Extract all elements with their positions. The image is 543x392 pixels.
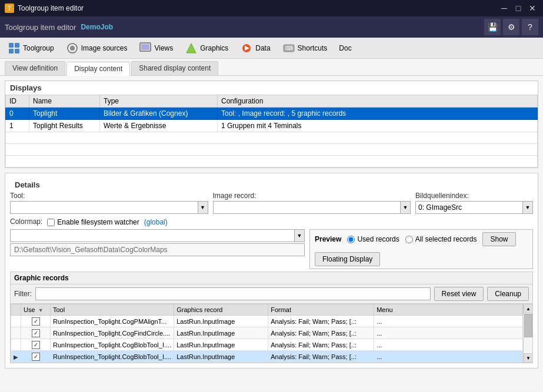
help-icon-button[interactable]: ? — [522, 19, 538, 35]
records-table-container: Use ▼ Tool Graphics record Format Menu — [11, 304, 532, 363]
cell-graphics-record: LastRun.InputImage — [174, 327, 268, 339]
tab-view-definition[interactable]: View definition — [5, 61, 65, 75]
enable-filesystem-checkbox[interactable] — [47, 219, 55, 226]
enable-filesystem-checkbox-label[interactable]: Enable filesystem watcher — [47, 218, 139, 226]
filter-label: Filter: — [14, 290, 32, 298]
used-records-radio-label[interactable]: Used records — [347, 235, 399, 243]
col-menu: Menu — [374, 304, 523, 316]
table-row[interactable]: ✓ RunInspection_Toplight.CogFindCircle..… — [11, 327, 523, 339]
filter-input[interactable] — [35, 287, 431, 300]
table-row[interactable]: 0 Toplight Bilder & Grafiken (Cognex) To… — [6, 108, 538, 120]
enable-filesystem-text: Enable filesystem watcher — [57, 218, 139, 226]
reset-view-button[interactable]: Reset view — [434, 287, 484, 301]
displays-table-container: ID Name Type Configuration 0 Toplight Bi… — [5, 95, 538, 167]
svg-rect-2 — [9, 49, 14, 53]
cell-graphics-record: LastRun.InputImage — [174, 351, 268, 363]
cell-tool: RunInspection_Toplight.CogFindCircle.... — [51, 327, 174, 339]
config-icon-button[interactable]: ⚙ — [503, 19, 519, 35]
displays-table: ID Name Type Configuration 0 Toplight Bi… — [5, 95, 538, 167]
table-row[interactable]: 1 Toplight Results Werte & Ergebnisse 1 … — [6, 120, 538, 132]
svg-rect-1 — [15, 43, 19, 48]
cell-type: Werte & Ergebnisse — [100, 120, 218, 132]
cell-arrow — [11, 316, 21, 327]
tool-input[interactable] — [10, 201, 198, 214]
views-icon — [139, 42, 152, 55]
toolbar-graphics[interactable]: Graphics — [179, 39, 234, 58]
cell-arrow — [11, 339, 21, 351]
data-icon — [240, 42, 253, 55]
scroll-down-button[interactable]: ▼ — [524, 353, 533, 363]
table-row[interactable]: ▶ ✓ RunInspection_Toplight.CogBlobTool_I… — [11, 351, 523, 363]
cell-tool: RunInspection_Toplight.CogBlobTool_I.... — [51, 351, 174, 363]
toolbar-graphics-label: Graphics — [200, 44, 228, 52]
colormap-dropdown-arrow[interactable]: ▼ — [294, 229, 305, 242]
graphic-records-section: Graphic records Filter: Reset view Clean… — [10, 272, 533, 363]
cell-graphics-record: LastRun.InputImage — [174, 339, 268, 351]
global-link[interactable]: (global) — [144, 218, 168, 226]
col-use[interactable]: Use ▼ — [21, 304, 51, 316]
save-icon-button[interactable]: 💾 — [484, 19, 501, 35]
cleanup-button[interactable]: Cleanup — [487, 287, 529, 301]
cell-use[interactable]: ✓ — [21, 316, 51, 327]
toolbar-data[interactable]: Data — [235, 39, 275, 58]
cell-menu[interactable]: ... — [374, 351, 523, 363]
use-checkbox[interactable]: ✓ — [32, 353, 40, 361]
scrollbar[interactable]: ▲ ▼ — [523, 304, 532, 363]
scroll-thumb[interactable] — [524, 314, 532, 337]
graphic-records-title: Graphic records — [14, 274, 69, 282]
toolbar-image-sources[interactable]: Image sources — [61, 39, 133, 58]
cell-config: Tool: , Image record: , 5 graphic record… — [218, 108, 538, 120]
sort-arrow: ▼ — [38, 307, 44, 313]
use-checkbox[interactable]: ✓ — [32, 317, 40, 326]
bildquellenindex-label: Bildquellenindex: — [415, 192, 533, 200]
tool-dropdown-arrow[interactable]: ▼ — [198, 201, 208, 214]
all-selected-radio[interactable] — [405, 236, 413, 243]
records-table: Use ▼ Tool Graphics record Format Menu — [11, 304, 523, 363]
image-record-dropdown-arrow[interactable]: ▼ — [400, 201, 411, 214]
cell-menu[interactable]: ... — [374, 327, 523, 339]
maximize-button[interactable]: □ — [512, 2, 524, 14]
toolbar-views[interactable]: Views — [134, 39, 178, 58]
title-bar: T Toolgroup item editor ─ □ ✕ — [0, 0, 543, 16]
all-selected-radio-label[interactable]: All selected records — [405, 235, 477, 243]
toolbar-doc[interactable]: Doc — [334, 41, 357, 55]
cell-use[interactable]: ✓ — [21, 351, 51, 363]
app-header: Toolgroup item editor DemoJob 💾 ⚙ ? — [0, 16, 543, 38]
colormap-path-input[interactable]: D:\Gefasoft\Vision_Gefasoft\Data\CogColo… — [10, 243, 305, 256]
cell-format: Analysis: Fail; Warn; Pass; [..: — [268, 316, 374, 327]
bildquellenindex-input[interactable] — [415, 201, 522, 214]
cell-tool: RunInspection_Toplight.CogBlobTool_I.... — [51, 339, 174, 351]
use-checkbox[interactable]: ✓ — [32, 329, 40, 337]
scroll-up-button[interactable]: ▲ — [524, 304, 533, 313]
table-row[interactable]: ✓ RunInspection_Toplight.CogBlobTool_I..… — [11, 339, 523, 351]
colormap-input[interactable] — [10, 229, 294, 242]
table-row[interactable]: ✓ RunInspection_Toplight.CogPMAlignT... … — [11, 316, 523, 327]
image-record-input[interactable] — [213, 201, 401, 214]
use-checkbox[interactable]: ✓ — [32, 341, 40, 349]
col-name: Name — [29, 95, 100, 108]
cell-id: 1 — [6, 120, 29, 132]
cell-menu[interactable]: ... — [374, 339, 523, 351]
used-records-radio[interactable] — [347, 236, 355, 243]
cell-use[interactable]: ✓ — [21, 339, 51, 351]
cell-use[interactable]: ✓ — [21, 327, 51, 339]
cell-menu[interactable]: ... — [374, 316, 523, 327]
tab-shared-display-content[interactable]: Shared display content — [131, 61, 218, 75]
details-section: Details Tool: ▼ Image record: ▼ Bildquel… — [5, 173, 538, 368]
cell-format: Analysis: Fail; Warn; Pass; [..: — [268, 339, 374, 351]
toolbar-shortcuts-label: Shortcuts — [298, 44, 328, 52]
toolbar-toolgroup[interactable]: Toolgroup — [2, 39, 59, 58]
cell-format: Analysis: Fail; Warn; Pass; [..: — [268, 351, 374, 363]
all-selected-text: All selected records — [415, 235, 477, 243]
minimize-button[interactable]: ─ — [498, 2, 510, 14]
close-button[interactable]: ✕ — [527, 2, 538, 14]
bildquellenindex-dropdown-arrow[interactable]: ▼ — [522, 201, 533, 214]
show-button[interactable]: Show — [482, 232, 515, 246]
toolbar-shortcuts[interactable]: ⌨ Shortcuts — [277, 39, 333, 58]
floating-display-button[interactable]: Floating Display — [315, 252, 380, 266]
graphics-icon — [185, 42, 198, 55]
tab-display-content[interactable]: Display content — [66, 62, 130, 76]
title-bar-text: Toolgroup item editor — [18, 4, 84, 12]
scroll-track — [524, 313, 532, 353]
svg-point-5 — [70, 46, 75, 51]
